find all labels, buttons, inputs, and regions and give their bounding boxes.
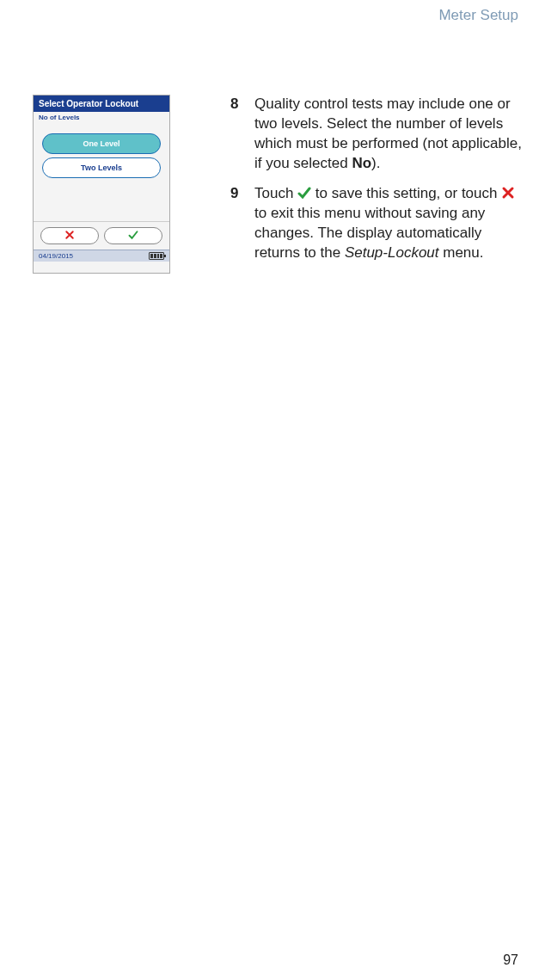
device-sublabel: No of Levels [34, 112, 169, 126]
step-text: Quality control tests may include one or… [254, 96, 522, 171]
step-8: 8 Quality control tests may include one … [230, 95, 522, 174]
device-mockup: Select Operator Lockout No of Levels One… [33, 95, 170, 274]
step-number: 9 [230, 184, 242, 263]
page-number: 97 [503, 952, 518, 968]
x-icon [501, 186, 515, 200]
option-one-level[interactable]: One Level [42, 133, 161, 154]
device-titlebar: Select Operator Lockout [34, 96, 169, 112]
confirm-button[interactable] [104, 227, 162, 244]
cancel-button[interactable] [40, 227, 99, 244]
check-icon [128, 228, 138, 243]
step-body: Touch to save this setting, or touch to … [254, 184, 522, 263]
instructions: 8 Quality control tests may include one … [230, 95, 522, 274]
device-date: 04/19/2015 [39, 252, 73, 260]
step-text: to save this setting, or touch [311, 185, 501, 201]
step-text: Touch [254, 185, 297, 201]
step-9: 9 Touch to save this setting, or touch t… [230, 184, 522, 263]
device-statusbar: 04/19/2015 [34, 250, 169, 262]
battery-icon [149, 252, 164, 260]
step-text: ). [371, 155, 380, 171]
check-icon [297, 186, 311, 200]
step-italic: Setup-Lockout [345, 244, 439, 261]
step-bold: No [352, 155, 371, 171]
step-text: menu. [439, 244, 484, 261]
step-number: 8 [230, 95, 242, 174]
step-body: Quality control tests may include one or… [254, 95, 522, 174]
device-actions [34, 221, 169, 250]
device-body: One Level Two Levels [34, 126, 169, 221]
option-two-levels[interactable]: Two Levels [42, 157, 161, 178]
section-header: Meter Setup [438, 7, 518, 24]
content-row: Select Operator Lockout No of Levels One… [0, 0, 539, 274]
x-icon [64, 228, 75, 243]
